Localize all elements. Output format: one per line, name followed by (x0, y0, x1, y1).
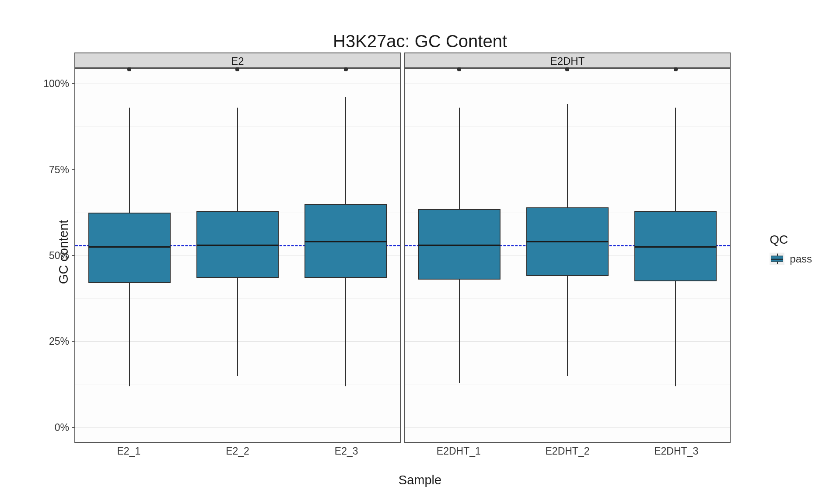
x-tick-label: E2DHT_1 (404, 445, 513, 460)
chart-container: H3K27ac: GC Content GC content Sample E2… (0, 0, 840, 504)
box-E2DHT_1 (405, 69, 513, 442)
x-tick-label: E2DHT_2 (513, 445, 622, 460)
legend-key-icon (770, 253, 784, 265)
legend-item-pass: pass (770, 253, 812, 265)
facet-strip: E2DHT (404, 52, 731, 68)
facet-strip: E2 (74, 52, 401, 68)
x-tick-label: E2_3 (292, 445, 401, 460)
box-E2_2 (183, 69, 291, 442)
panel (404, 68, 731, 443)
x-tick-label: E2DHT_3 (622, 445, 731, 460)
x-axis-label: Sample (0, 473, 840, 487)
chart-title: H3K27ac: GC Content (0, 32, 840, 51)
y-tick-label: 100% (43, 78, 69, 90)
box-E2DHT_3 (622, 69, 730, 442)
plot-area: E20%25%50%75%100%E2_1E2_2E2_3E2DHTE2DHT_… (74, 52, 731, 460)
box-E2DHT_2 (513, 69, 621, 442)
x-tick-label: E2_1 (74, 445, 183, 460)
y-tick-label: 25% (49, 336, 69, 347)
box-E2_1 (75, 69, 183, 442)
panel: 0%25%50%75%100% (74, 68, 401, 443)
facet-E2: E20%25%50%75%100%E2_1E2_2E2_3 (74, 52, 401, 460)
box-E2_3 (292, 69, 400, 442)
legend: QC pass (770, 233, 812, 265)
x-tick-label: E2_2 (183, 445, 292, 460)
y-tick-label: 0% (55, 421, 69, 433)
legend-title: QC (770, 233, 812, 247)
legend-item-label: pass (790, 253, 812, 265)
y-tick-label: 50% (49, 250, 69, 262)
y-tick-label: 75% (49, 164, 69, 175)
facet-E2DHT: E2DHTE2DHT_1E2DHT_2E2DHT_3 (404, 52, 731, 460)
